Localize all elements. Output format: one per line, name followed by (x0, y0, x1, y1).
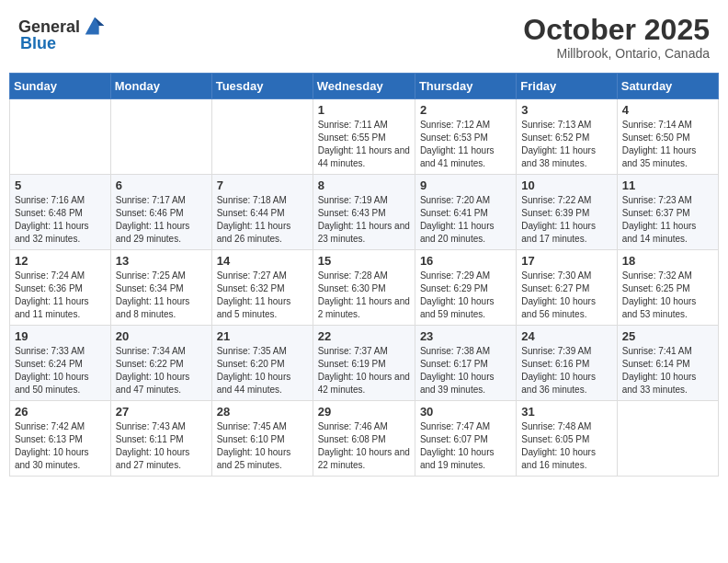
title-section: October 2025 Millbrook, Ontario, Canada (523, 14, 710, 61)
weekday-header-tuesday: Tuesday (211, 74, 313, 99)
day-number: 16 (420, 254, 511, 268)
logo-icon (82, 14, 108, 40)
day-number: 6 (116, 178, 207, 192)
day-number: 19 (15, 329, 106, 343)
day-info: Sunrise: 7:23 AM Sunset: 6:37 PM Dayligh… (622, 194, 713, 246)
day-number: 3 (521, 103, 611, 117)
day-info: Sunrise: 7:17 AM Sunset: 6:46 PM Dayligh… (116, 194, 207, 246)
calendar-cell: 27Sunrise: 7:43 AM Sunset: 6:11 PM Dayli… (110, 401, 211, 477)
day-number: 8 (318, 178, 410, 192)
day-info: Sunrise: 7:48 AM Sunset: 6:05 PM Dayligh… (521, 420, 611, 472)
location: Millbrook, Ontario, Canada (523, 46, 710, 61)
day-number: 11 (622, 178, 713, 192)
calendar-cell: 2Sunrise: 7:12 AM Sunset: 6:53 PM Daylig… (415, 99, 516, 175)
calendar-cell: 9Sunrise: 7:20 AM Sunset: 6:41 PM Daylig… (415, 175, 516, 250)
day-number: 25 (622, 329, 713, 343)
day-number: 4 (622, 103, 713, 117)
month-title: October 2025 (523, 14, 710, 46)
calendar-cell: 21Sunrise: 7:35 AM Sunset: 6:20 PM Dayli… (211, 326, 313, 401)
calendar-cell: 19Sunrise: 7:33 AM Sunset: 6:24 PM Dayli… (10, 326, 111, 401)
weekday-header-row: SundayMondayTuesdayWednesdayThursdayFrid… (10, 74, 719, 99)
day-info: Sunrise: 7:32 AM Sunset: 6:25 PM Dayligh… (622, 270, 713, 321)
day-info: Sunrise: 7:24 AM Sunset: 6:36 PM Dayligh… (15, 270, 106, 321)
weekday-header-thursday: Thursday (415, 74, 516, 99)
weekday-header-monday: Monday (110, 74, 211, 99)
day-info: Sunrise: 7:33 AM Sunset: 6:24 PM Dayligh… (15, 345, 106, 396)
day-info: Sunrise: 7:22 AM Sunset: 6:39 PM Dayligh… (521, 194, 611, 246)
calendar-week-3: 12Sunrise: 7:24 AM Sunset: 6:36 PM Dayli… (10, 250, 719, 326)
day-number: 14 (217, 254, 308, 268)
weekday-header-saturday: Saturday (617, 74, 718, 99)
day-number: 23 (420, 329, 511, 343)
calendar-cell: 31Sunrise: 7:48 AM Sunset: 6:05 PM Dayli… (517, 401, 617, 477)
day-info: Sunrise: 7:30 AM Sunset: 6:27 PM Dayligh… (521, 270, 611, 321)
calendar-cell: 4Sunrise: 7:14 AM Sunset: 6:50 PM Daylig… (617, 99, 718, 175)
day-number: 7 (217, 178, 308, 192)
calendar-cell (10, 99, 111, 175)
calendar-cell (110, 99, 211, 175)
calendar-cell: 28Sunrise: 7:45 AM Sunset: 6:10 PM Dayli… (211, 401, 313, 477)
day-info: Sunrise: 7:14 AM Sunset: 6:50 PM Dayligh… (622, 119, 713, 170)
weekday-header-wednesday: Wednesday (313, 74, 415, 99)
day-info: Sunrise: 7:45 AM Sunset: 6:10 PM Dayligh… (217, 420, 308, 472)
day-number: 1 (318, 103, 410, 117)
weekday-header-sunday: Sunday (10, 74, 111, 99)
calendar-cell: 6Sunrise: 7:17 AM Sunset: 6:46 PM Daylig… (110, 175, 211, 250)
calendar-cell: 24Sunrise: 7:39 AM Sunset: 6:16 PM Dayli… (517, 326, 617, 401)
calendar-week-1: 1Sunrise: 7:11 AM Sunset: 6:55 PM Daylig… (10, 99, 719, 175)
calendar-cell: 1Sunrise: 7:11 AM Sunset: 6:55 PM Daylig… (313, 99, 415, 175)
calendar-week-2: 5Sunrise: 7:16 AM Sunset: 6:48 PM Daylig… (10, 175, 719, 250)
day-info: Sunrise: 7:19 AM Sunset: 6:43 PM Dayligh… (318, 194, 410, 246)
day-info: Sunrise: 7:35 AM Sunset: 6:20 PM Dayligh… (217, 345, 308, 396)
svg-marker-0 (85, 17, 105, 35)
calendar-cell: 12Sunrise: 7:24 AM Sunset: 6:36 PM Dayli… (10, 250, 111, 326)
page-header: General Blue October 2025 Millbrook, Ont… (9, 9, 719, 65)
calendar-table: SundayMondayTuesdayWednesdayThursdayFrid… (9, 73, 719, 477)
calendar-cell: 22Sunrise: 7:37 AM Sunset: 6:19 PM Dayli… (313, 326, 415, 401)
logo: General Blue (18, 14, 108, 53)
calendar-week-4: 19Sunrise: 7:33 AM Sunset: 6:24 PM Dayli… (10, 326, 719, 401)
day-info: Sunrise: 7:29 AM Sunset: 6:29 PM Dayligh… (420, 270, 511, 321)
day-info: Sunrise: 7:11 AM Sunset: 6:55 PM Dayligh… (318, 119, 410, 170)
day-number: 24 (521, 329, 611, 343)
calendar-week-5: 26Sunrise: 7:42 AM Sunset: 6:13 PM Dayli… (10, 401, 719, 477)
day-number: 21 (217, 329, 308, 343)
calendar-cell: 10Sunrise: 7:22 AM Sunset: 6:39 PM Dayli… (517, 175, 617, 250)
day-info: Sunrise: 7:25 AM Sunset: 6:34 PM Dayligh… (116, 270, 207, 321)
day-info: Sunrise: 7:42 AM Sunset: 6:13 PM Dayligh… (15, 420, 106, 472)
calendar-cell: 8Sunrise: 7:19 AM Sunset: 6:43 PM Daylig… (313, 175, 415, 250)
calendar-cell: 14Sunrise: 7:27 AM Sunset: 6:32 PM Dayli… (211, 250, 313, 326)
day-info: Sunrise: 7:20 AM Sunset: 6:41 PM Dayligh… (420, 194, 511, 246)
calendar-cell: 3Sunrise: 7:13 AM Sunset: 6:52 PM Daylig… (517, 99, 617, 175)
day-number: 15 (318, 254, 410, 268)
calendar-cell: 20Sunrise: 7:34 AM Sunset: 6:22 PM Dayli… (110, 326, 211, 401)
day-number: 27 (116, 405, 207, 419)
calendar-cell: 5Sunrise: 7:16 AM Sunset: 6:48 PM Daylig… (10, 175, 111, 250)
day-number: 5 (15, 178, 106, 192)
day-number: 13 (116, 254, 207, 268)
day-info: Sunrise: 7:38 AM Sunset: 6:17 PM Dayligh… (420, 345, 511, 396)
day-info: Sunrise: 7:18 AM Sunset: 6:44 PM Dayligh… (217, 194, 308, 246)
day-info: Sunrise: 7:16 AM Sunset: 6:48 PM Dayligh… (15, 194, 106, 246)
day-number: 2 (420, 103, 511, 117)
weekday-header-friday: Friday (517, 74, 617, 99)
calendar-cell: 15Sunrise: 7:28 AM Sunset: 6:30 PM Dayli… (313, 250, 415, 326)
day-number: 12 (15, 254, 106, 268)
day-number: 28 (217, 405, 308, 419)
calendar-cell (211, 99, 313, 175)
calendar-cell: 26Sunrise: 7:42 AM Sunset: 6:13 PM Dayli… (10, 401, 111, 477)
calendar-cell: 7Sunrise: 7:18 AM Sunset: 6:44 PM Daylig… (211, 175, 313, 250)
day-info: Sunrise: 7:47 AM Sunset: 6:07 PM Dayligh… (420, 420, 511, 472)
day-number: 29 (318, 405, 410, 419)
day-info: Sunrise: 7:13 AM Sunset: 6:52 PM Dayligh… (521, 119, 611, 170)
day-number: 22 (318, 329, 410, 343)
calendar-cell: 11Sunrise: 7:23 AM Sunset: 6:37 PM Dayli… (617, 175, 718, 250)
day-number: 26 (15, 405, 106, 419)
day-number: 10 (521, 178, 611, 192)
calendar-cell: 16Sunrise: 7:29 AM Sunset: 6:29 PM Dayli… (415, 250, 516, 326)
day-info: Sunrise: 7:37 AM Sunset: 6:19 PM Dayligh… (318, 345, 410, 396)
day-number: 30 (420, 405, 511, 419)
day-number: 17 (521, 254, 611, 268)
day-info: Sunrise: 7:12 AM Sunset: 6:53 PM Dayligh… (420, 119, 511, 170)
day-info: Sunrise: 7:43 AM Sunset: 6:11 PM Dayligh… (116, 420, 207, 472)
